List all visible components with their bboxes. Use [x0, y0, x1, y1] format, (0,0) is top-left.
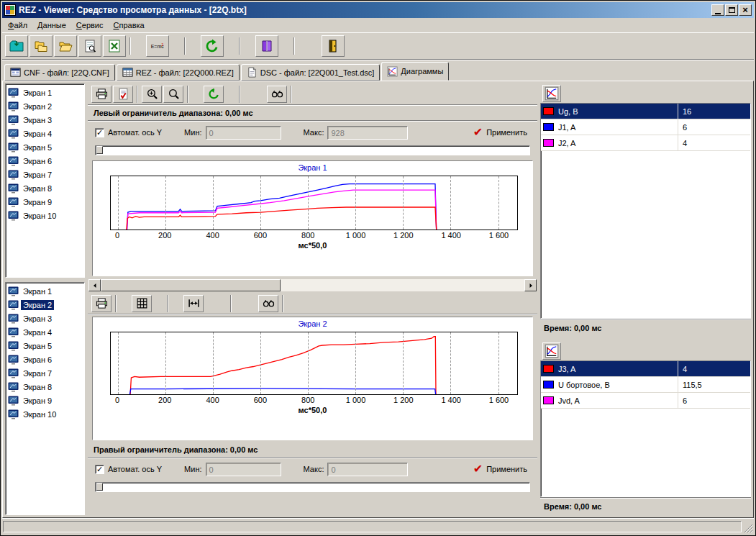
tab-rez-file[interactable]: REZ - файл: [22Q000.REZ]: [117, 64, 240, 81]
screen-list-bottom-item-5[interactable]: Экран 5: [7, 339, 83, 353]
view-binoculars-button[interactable]: [258, 295, 278, 312]
screen-list-top-item-1[interactable]: Экран 1: [7, 86, 83, 99]
time-label-bottom: Время: 0,00 мс: [540, 497, 751, 515]
scroll-track[interactable]: [281, 279, 524, 291]
screen-list-top-item-3[interactable]: Экран 3: [7, 113, 83, 127]
formula-button[interactable]: E=mc2: [146, 35, 169, 57]
screen-list-top-item-7[interactable]: Экран 7: [7, 168, 83, 181]
legend-bottom-row-3[interactable]: Jvd, A6: [541, 393, 750, 409]
screen-list-bottom-item-4[interactable]: Экран 4: [7, 325, 83, 339]
screen-list-top-item-5[interactable]: Экран 5: [7, 140, 83, 154]
screen-list-bottom-item-2[interactable]: Экран 2: [7, 298, 83, 312]
menu-item-1[interactable]: Файл: [3, 19, 32, 32]
legend-diagram-button-top[interactable]: [542, 85, 561, 102]
tab-diagrams[interactable]: Диаграммы: [381, 62, 449, 81]
legend-top-row-1[interactable]: Ug, B16: [541, 104, 750, 119]
print-button[interactable]: [91, 295, 111, 312]
screen-list-top[interactable]: Экран 1Экран 2Экран 3Экран 4Экран 5Экран…: [5, 83, 85, 278]
screen-list-top-item-9[interactable]: Экран 9: [7, 195, 83, 209]
excel-export-button[interactable]: [103, 35, 126, 57]
tab-label: Диаграммы: [401, 67, 443, 76]
screen-icon: [8, 396, 19, 406]
refresh-button[interactable]: [201, 35, 224, 57]
view-binoculars-button[interactable]: [267, 86, 287, 103]
series-value: 6: [678, 119, 750, 135]
undo-zoom-button[interactable]: [204, 86, 224, 103]
right-limit-slider[interactable]: [95, 482, 530, 492]
screen-list-top-item-10[interactable]: Экран 10: [7, 209, 83, 222]
slider-thumb[interactable]: [96, 146, 103, 154]
minimize-button[interactable]: [711, 4, 724, 16]
screen-list-bottom-item-1[interactable]: Экран 1: [7, 284, 83, 298]
screen-list-top-item-8[interactable]: Экран 8: [7, 181, 83, 195]
minimize-icon: [715, 13, 721, 14]
series-name: Ug, B: [557, 104, 678, 119]
zoom-out-button[interactable]: [163, 86, 183, 103]
menu-item-4[interactable]: Справка: [109, 19, 150, 32]
scroll-thumb[interactable]: [101, 279, 281, 291]
x-tick-label: 1 000: [346, 231, 366, 240]
left-limit-slider[interactable]: [95, 145, 530, 155]
series-value: 4: [678, 135, 750, 150]
screen-list-bottom-item-10[interactable]: Экран 10: [7, 407, 83, 421]
x-tick-label: 400: [206, 396, 219, 404]
screen-icon: [8, 197, 19, 207]
screen-list-top-item-2[interactable]: Экран 2: [7, 99, 83, 113]
screen-list-bottom-item-3[interactable]: Экран 3: [7, 312, 83, 325]
menu-item-2[interactable]: Данные: [32, 19, 71, 32]
menu-item-3[interactable]: Сервис: [71, 19, 109, 32]
toolbar-separator: [187, 86, 188, 103]
legend-top-row-2[interactable]: J1, A6: [541, 119, 750, 135]
screen-list-bottom-item-6[interactable]: Экран 6: [7, 353, 83, 366]
close-button[interactable]: ×: [739, 4, 752, 16]
legend-diagram-button-bottom[interactable]: [542, 342, 561, 360]
scroll-left-button[interactable]: [88, 279, 101, 291]
screen-item-label: Экран 3: [21, 115, 54, 125]
titlebar: REZ - Viewer: Средство просмотра данных …: [2, 2, 754, 18]
gridline: [165, 176, 166, 230]
help-book-button[interactable]: [255, 35, 278, 57]
tab-dsc-file[interactable]: DSC - файл: [22Q001_Test.dsc]: [241, 64, 381, 81]
chart-plot-area-1[interactable]: [110, 176, 518, 230]
legend-bottom-row-1[interactable]: J3, A4: [541, 361, 750, 377]
preview-button[interactable]: [78, 35, 101, 57]
max-field-bottom: 0: [327, 463, 408, 476]
legend-bottom-row-2[interactable]: U бортовое, B115,5: [541, 377, 750, 393]
gridline: [213, 332, 214, 394]
min-label-top: Мин:: [184, 128, 201, 137]
open-config-button[interactable]: [5, 35, 28, 57]
apply-button-top[interactable]: ✔ Применить: [470, 125, 530, 140]
gridline: [355, 176, 356, 230]
screen-list-top-item-4[interactable]: Экран 4: [7, 127, 83, 140]
maximize-button[interactable]: [725, 4, 738, 16]
folders-button[interactable]: [29, 35, 53, 57]
binoculars-icon: [263, 297, 275, 309]
exit-button[interactable]: [322, 35, 345, 57]
x-tick-label: 600: [254, 231, 267, 240]
x-tick-label: 800: [301, 396, 314, 404]
chart-plot-area-2[interactable]: [110, 332, 518, 395]
resize-grip[interactable]: [744, 524, 753, 533]
bottom-axis-controls: ✓ Автомат. ось Y Мин: 0 Макс: 0 ✔ Примен…: [88, 458, 537, 481]
auto-axis-checkbox-top[interactable]: ✓: [95, 128, 104, 137]
open-file-button[interactable]: [54, 35, 77, 57]
slider-thumb[interactable]: [96, 483, 103, 491]
screen-list-bottom-item-9[interactable]: Экран 9: [7, 394, 83, 407]
zoom-in-button[interactable]: [142, 86, 162, 103]
rez-file-icon: [122, 67, 133, 78]
x-tick-label: 600: [254, 396, 267, 404]
auto-axis-checkbox-bottom[interactable]: ✓: [95, 465, 104, 474]
report-check-button[interactable]: [113, 86, 133, 103]
screen-list-bottom-item-8[interactable]: Экран 8: [7, 380, 83, 394]
legend-top-row-3[interactable]: J2, A4: [541, 135, 750, 151]
print-button[interactable]: [91, 86, 111, 103]
apply-button-bottom[interactable]: ✔ Применить: [470, 462, 530, 476]
screen-list-bottom-item-7[interactable]: Экран 7: [7, 366, 83, 380]
scroll-right-button[interactable]: [524, 279, 537, 291]
tab-cnf-file[interactable]: CNF - файл: [22Q.CNF]: [4, 64, 115, 81]
screen-list-top-item-6[interactable]: Экран 6: [7, 154, 83, 168]
auto-axis-label-top: Автомат. ось Y: [108, 128, 162, 137]
fit-width-button[interactable]: [183, 295, 204, 312]
grid-button[interactable]: [132, 295, 152, 312]
screen-list-bottom[interactable]: Экран 1Экран 2Экран 3Экран 4Экран 5Экран…: [5, 282, 85, 515]
